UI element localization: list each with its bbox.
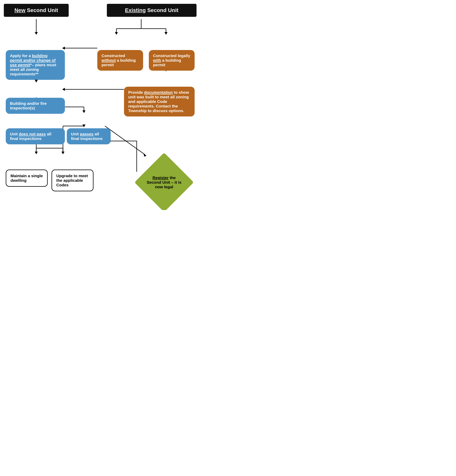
register-diamond: Register the Second Unit – it is now leg… [134,153,194,210]
upgrade-codes-box: Upgrade to meet the applicable Codes [51,170,93,191]
provide-documentation-box: Provide documentation to show unit was b… [124,87,195,117]
new-underline: New [15,7,25,13]
maintain-dwelling-box: Maintain a single dwelling [6,170,48,187]
existing-underline: Existing [125,7,146,13]
arrow-passes-register-h [110,141,137,141]
arrow-passes-register-v [136,141,137,172]
building-inspection-box: Building and/or fire inspection(s) [6,98,65,114]
new-second-unit-header: New Second Unit [4,4,69,17]
flowchart: New Second Unit Existing Second Unit App… [0,0,202,210]
constructed-with-box: Constructed legally with a building perm… [149,50,195,71]
does-not-pass-box: Unit does not pass all final inspections [6,128,65,144]
apply-permit-box: Apply for a building permit and/or chang… [6,50,65,80]
new-plain: Second Unit [25,7,58,13]
passes-box: Unit passes all final inspections [67,128,111,144]
existing-plain: Second Unit [146,7,178,13]
register-diamond-container: Register the Second Unit – it is now leg… [136,155,192,210]
constructed-without-box: Constructed without a building permit [97,50,143,71]
existing-second-unit-header: Existing Second Unit [107,4,197,17]
